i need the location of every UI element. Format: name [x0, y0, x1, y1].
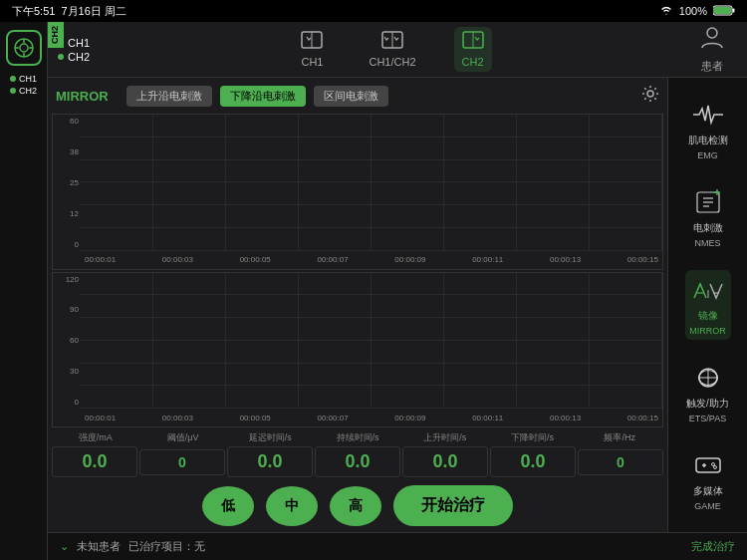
chart-top-grid: [81, 115, 662, 251]
ch1ch2-tab-label: CH1/CH2: [369, 56, 415, 68]
y-label-120: 120: [55, 275, 79, 284]
ch2-dot: [10, 88, 16, 94]
game-sublabel: GAME: [694, 501, 721, 511]
chevron-down-icon: ⌄: [60, 540, 69, 553]
app-container: CH1 CH2 CH2 CH1 CH2: [0, 22, 747, 560]
complete-treatment-btn[interactable]: 完成治疗: [691, 539, 735, 554]
emg-label: 肌电检测: [688, 134, 728, 147]
params-labels: 强度/mA 阈值/μV 延迟时间/s 持续时间/s 上升时间/s 下降时间/s …: [52, 431, 663, 444]
mirror-header: MIRROR 上升沿电刺激 下降沿电刺激 区间电刺激: [48, 78, 667, 114]
tab-ch1[interactable]: CH1: [293, 27, 331, 72]
etspas-icon: [689, 362, 727, 394]
svg-point-15: [707, 28, 717, 38]
right-sidebar: 肌电检测 EMG 电刺激 NMES: [667, 78, 747, 532]
chart-top: 60 38 25 12 0: [52, 114, 663, 270]
y-label-60: 60: [55, 117, 79, 126]
sidebar-item-mirror[interactable]: 镜像 MIRROR: [685, 270, 731, 340]
label-fall: 下降时间/s: [489, 431, 577, 444]
bottom-left: ⌄ 未知患者 已治疗项目：无: [60, 539, 205, 554]
svg-rect-1: [714, 7, 731, 14]
label-delay: 延迟时间/s: [226, 431, 314, 444]
chart-bottom-y-axis: 120 90 60 30 0: [53, 273, 81, 410]
ch2-tab-icon: [462, 31, 484, 54]
ch2-tab-label: CH2: [462, 56, 484, 68]
value-threshold: 0: [139, 449, 225, 475]
svg-point-16: [647, 91, 653, 97]
header-ch2-dot: [58, 54, 64, 60]
svg-rect-29: [696, 458, 720, 472]
sidebar-item-emg[interactable]: 肌电检测 EMG: [684, 95, 732, 164]
tab-ch1ch2[interactable]: CH1/CH2: [361, 27, 423, 72]
chart-top-y-axis: 60 38 25 12 0: [53, 115, 81, 251]
chart-top-x-axis: 00:00:01 00:00:03 00:00:05 00:00:07 00:0…: [81, 251, 662, 269]
mirror-icon: [689, 274, 727, 306]
game-icon: [689, 449, 727, 481]
tab-rise-btn[interactable]: 上升沿电刺激: [126, 86, 212, 107]
value-intensity: 0.0: [52, 446, 137, 477]
settings-button[interactable]: [641, 85, 659, 108]
y-label-12: 12: [55, 209, 79, 218]
charts-area: 60 38 25 12 0: [48, 114, 667, 429]
svg-rect-2: [733, 8, 735, 12]
label-duration: 持续时间/s: [314, 431, 401, 444]
chart-bottom: 120 90 60 30 0: [52, 272, 663, 428]
y-label-0b: 0: [55, 398, 79, 407]
main-content: MIRROR 上升沿电刺激 下降沿电刺激 区间电刺激 60 38 25 12: [48, 78, 667, 532]
params-values: 0.0 0 0.0 0.0 0.0 0.0 0: [52, 446, 663, 477]
y-label-60b: 60: [55, 336, 79, 345]
tab-ch2[interactable]: CH2: [454, 27, 492, 72]
header-channel-tabs: CH1 CH1/CH2: [108, 27, 677, 72]
low-button[interactable]: 低: [202, 486, 254, 526]
value-fall: 0.0: [490, 446, 576, 477]
mid-button[interactable]: 中: [266, 486, 318, 526]
ch1-tab-icon: [301, 31, 323, 54]
wifi-icon: [659, 5, 673, 17]
unknown-patient: 未知患者: [77, 539, 121, 554]
params-area: 强度/mA 阈值/μV 延迟时间/s 持续时间/s 上升时间/s 下降时间/s …: [48, 429, 667, 481]
left-sidebar: CH1 CH2: [0, 22, 48, 560]
label-freq: 频率/Hz: [576, 431, 663, 444]
tab-interval-btn[interactable]: 区间电刺激: [314, 86, 388, 107]
high-button[interactable]: 高: [330, 486, 381, 526]
svg-point-32: [711, 463, 714, 466]
sidebar-item-etspas[interactable]: 触发/助力 ETS/PAS: [682, 358, 733, 427]
patient-label: 患者: [701, 59, 723, 74]
sidebar-item-nmes[interactable]: 电刺激 NMES: [685, 182, 731, 252]
y-label-90: 90: [55, 305, 79, 314]
mirror-label: 镜像: [698, 309, 718, 323]
ch2-label: CH2: [19, 86, 37, 96]
etspas-sublabel: ETS/PAS: [689, 414, 726, 423]
patient-icon: [699, 25, 725, 57]
ch1-label: CH1: [19, 74, 37, 84]
start-treatment-button[interactable]: 开始治疗: [393, 485, 513, 526]
value-freq: 0: [578, 449, 663, 475]
treatment-item: 已治疗项目：无: [128, 539, 205, 554]
game-label: 多媒体: [693, 484, 723, 498]
ch1-dot: [10, 76, 16, 82]
mirror-sublabel: MIRROR: [689, 326, 726, 336]
label-rise: 上升时间/s: [401, 431, 489, 444]
value-delay: 0.0: [227, 446, 313, 477]
emg-sublabel: EMG: [697, 150, 718, 160]
battery-level: 100%: [679, 5, 707, 17]
control-buttons: 低 中 高 开始治疗: [48, 481, 667, 532]
svg-point-4: [20, 44, 28, 52]
etspas-label: 触发/助力: [686, 397, 729, 411]
y-label-38: 38: [55, 147, 79, 156]
header-ch1: CH1: [68, 37, 90, 49]
nmes-sublabel: NMES: [694, 238, 720, 248]
channel-indicators: CH1 CH2: [10, 74, 37, 96]
patient-area[interactable]: 患者: [677, 25, 747, 74]
y-label-30: 30: [55, 367, 79, 376]
header-ch2: CH2: [68, 51, 90, 63]
status-date: 7月16日 周二: [61, 4, 125, 19]
battery-icon: [713, 5, 735, 18]
status-time: 下午5:51: [12, 4, 55, 19]
svg-point-33: [713, 466, 716, 469]
y-label-25: 25: [55, 178, 79, 187]
bottom-bar: ⌄ 未知患者 已治疗项目：无 完成治疗: [48, 532, 747, 560]
tab-fall-btn[interactable]: 下降沿电刺激: [220, 86, 306, 107]
chart-bottom-grid: [81, 273, 662, 410]
sidebar-item-game[interactable]: 多媒体 GAME: [685, 445, 731, 515]
ch2-vertical-label: CH2: [48, 22, 64, 48]
